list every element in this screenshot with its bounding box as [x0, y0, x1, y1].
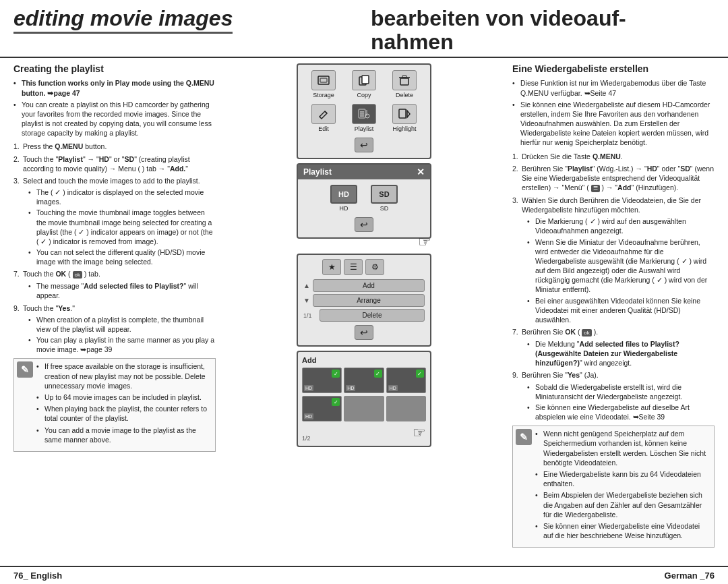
nav-arrows-arrange: ▼ [303, 297, 310, 305]
right-note-4: Sie können einer Wiedergabeliste eine Vi… [535, 521, 711, 540]
left-column: Creating the playlist This function work… [13, 63, 222, 566]
sd-badge[interactable]: SD [371, 185, 398, 204]
svg-point-12 [365, 114, 369, 118]
list-icon[interactable]: ☰ [344, 259, 363, 275]
svg-rect-0 [318, 76, 329, 84]
submenu-row-delete: 1/1 Delete [303, 309, 425, 322]
left-step-4: Touch the OK ( ok ) tab. The message "Ad… [13, 269, 216, 300]
left-step-3: Select and touch the movie images to add… [13, 176, 216, 267]
quality-buttons: HD HD SD SD [303, 185, 425, 212]
submenu-row-add: ▲ Add [303, 279, 425, 292]
thumb-badge-3: HD [388, 385, 398, 391]
footer: 76_ English German _76 [0, 566, 728, 584]
up-arrow[interactable]: ▲ [303, 282, 310, 290]
submenu-counter: 1/1 [303, 312, 317, 319]
right-step-3-sub: Die Markierung ( ✓ ) wird auf den ausgew… [527, 216, 715, 324]
right-step-4-sub-1: Die Meldung "Add selected files to Playl… [527, 339, 715, 368]
right-step-5-sub-1: Sobald die Wiedergabeliste erstellt ist,… [527, 382, 715, 401]
close-button[interactable]: ✕ [417, 167, 425, 177]
delete-icon[interactable] [392, 70, 417, 90]
hand-gesture-area: ☞ [297, 233, 431, 251]
submenu-panel[interactable]: ★ ☰ ⚙ ▲ Add ▼ [297, 254, 431, 347]
add-panel[interactable]: Add ✓ HD ✓ HD ✓ HD [297, 351, 431, 447]
left-intro-item-2: You can create a playlist on this HD cam… [13, 100, 216, 138]
submenu-icons-row: ★ ☰ ⚙ [322, 259, 384, 275]
highlight-label: Highlight [392, 125, 416, 132]
thumb-4[interactable]: ✓ HD [302, 396, 342, 421]
right-step-3-sub-3: Bei einer ausgewählten Videodatei können… [527, 296, 715, 325]
nav-arrows-add: ▲ [303, 282, 310, 290]
thumb-badge-4: HD [304, 413, 313, 419]
left-step-3-sub-1: The ( ✓ ) indicator is displayed on the … [28, 187, 216, 206]
thumb-2[interactable]: ✓ HD [344, 368, 384, 393]
left-step-4-sub-1: The message "Add selected files to Playl… [28, 281, 216, 300]
svg-rect-4 [400, 78, 408, 85]
svg-rect-6 [402, 76, 406, 78]
storage-label: Storage [313, 92, 334, 98]
settings-icon[interactable]: ⚙ [365, 259, 384, 275]
copy-icon-item[interactable]: Copy [352, 70, 376, 98]
right-step-1: Drücken Sie die Taste Q.MENU. [512, 152, 715, 161]
left-intro-item-1: This function works only in Play mode us… [13, 78, 216, 97]
copy-label: Copy [357, 92, 371, 98]
left-step-5-sub-2: You can play a playlist in the same mann… [28, 335, 216, 354]
main-content: Creating the playlist This function work… [0, 63, 728, 566]
edit-icon[interactable] [311, 104, 336, 124]
arrange-button[interactable]: Arrange [313, 294, 425, 307]
delete-label: Delete [396, 92, 413, 98]
copy-icon[interactable] [352, 70, 376, 90]
sd-quality-button[interactable]: SD SD [371, 185, 398, 212]
storage-icon-item[interactable]: Storage [311, 70, 336, 98]
submenu-delete-button[interactable]: Delete [320, 309, 425, 322]
right-note-1: Wenn nicht genügend Speicherplatz auf de… [535, 429, 711, 467]
thumbnail-grid-row2: ✓ HD [302, 396, 426, 421]
back-button-1[interactable]: ↩ [355, 138, 373, 152]
menu-panel-1[interactable]: Storage Copy Delete [297, 63, 431, 159]
playlist-icon[interactable] [352, 104, 376, 124]
right-intro-item-1: Diese Funktion ist nur im Wiedergabemodu… [512, 78, 715, 97]
right-steps-list: Drücken Sie die Taste Q.MENU. Berühren S… [512, 152, 715, 422]
delete-icon-item[interactable]: Delete [392, 70, 417, 98]
thumb-5[interactable] [344, 396, 384, 421]
add-panel-footer: 1/2 ☞ [302, 424, 426, 442]
hd-badge[interactable]: HD [330, 185, 357, 204]
header-left: editing movie images [13, 7, 357, 57]
thumb-6[interactable] [386, 396, 426, 421]
back-button-2[interactable]: ↩ [355, 217, 373, 232]
left-note-4: You can add a movie image to the playlis… [36, 426, 212, 444]
left-step-3-sub: The ( ✓ ) indicator is displayed on the … [28, 187, 216, 266]
right-step-4-sub: Die Meldung "Add selected files to Playl… [527, 339, 715, 368]
hd-quality-button[interactable]: HD HD [330, 185, 357, 212]
add-panel-label: Add [302, 356, 426, 364]
left-step-3-sub-2: Touching the movie thumbnail image toggl… [28, 208, 216, 246]
back-button-3[interactable]: ↩ [355, 325, 373, 340]
right-intro-item-2: Sie können eine Wiedergabeliste auf dies… [512, 100, 715, 148]
right-note-box: ✎ Wenn nicht genügend Speicherplatz auf … [512, 426, 715, 548]
right-intro-list: Diese Funktion ist nur im Wiedergabemodu… [512, 78, 715, 147]
title-german: bearbeiten von videoauf-nahmen [371, 7, 715, 54]
left-step-4-sub: The message "Add selected files to Playl… [28, 281, 216, 300]
hand-icon: ☞ [418, 233, 431, 250]
menu-icons-row-2: Edit Playlist Highlight [303, 104, 425, 132]
left-note-2: Up to 64 movie images can be included in… [36, 392, 212, 402]
right-note-2: Eine Wiedergabeliste kann bis zu 64 Vide… [535, 469, 711, 488]
thumbnail-grid-row1: ✓ HD ✓ HD ✓ HD [302, 368, 426, 393]
highlight-icon[interactable] [392, 104, 417, 124]
right-section-title: Eine Wiedergabeliste erstellen [512, 63, 715, 74]
storage-icon[interactable] [311, 70, 336, 90]
edit-icon-item[interactable]: Edit [311, 104, 336, 132]
playlist-icon-item[interactable]: Playlist [352, 104, 376, 132]
left-intro-list: This function works only in Play mode us… [13, 78, 216, 138]
right-note-list: Wenn nicht genügend Speicherplatz auf de… [535, 429, 711, 540]
playlist-panel[interactable]: Playlist ✕ HD HD SD SD ↩ [297, 163, 431, 239]
right-step-5-sub-2: Sie können eine Wiedergabeliste auf dies… [527, 403, 715, 421]
thumb-1[interactable]: ✓ HD [302, 368, 342, 393]
playlist-body: HD HD SD SD ↩ [298, 179, 430, 237]
center-column: Storage Copy Delete [222, 63, 506, 566]
sd-label: SD [380, 205, 389, 212]
star-icon[interactable]: ★ [322, 259, 341, 275]
highlight-icon-item[interactable]: Highlight [392, 104, 417, 132]
down-arrow[interactable]: ▼ [303, 297, 310, 305]
thumb-3[interactable]: ✓ HD [386, 368, 426, 393]
add-button[interactable]: Add [313, 279, 425, 292]
